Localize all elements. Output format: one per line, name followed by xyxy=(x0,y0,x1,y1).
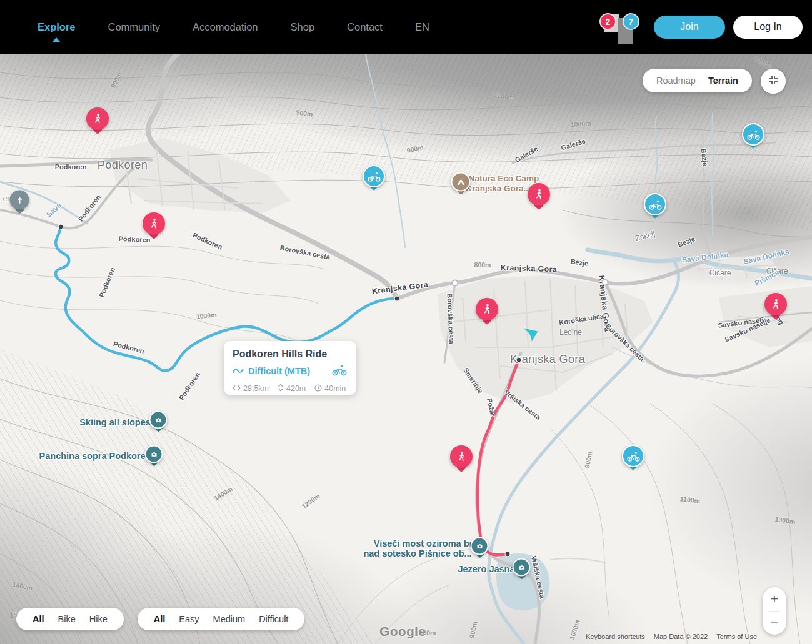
maptype-roadmap[interactable]: Roadmap xyxy=(656,76,696,86)
map-label-road: Borovška cesta xyxy=(604,322,646,362)
maptype-terrain[interactable]: Terrain xyxy=(708,76,738,86)
map-label-road-lg: Kranjska Gora xyxy=(500,263,557,274)
nav-item-accomodation[interactable]: Accomodation xyxy=(193,21,258,33)
map-label-contour: 1100m xyxy=(493,91,514,101)
map-canvas[interactable]: PodkorenPodkorenPodkorenPodkorenPodkoren… xyxy=(0,54,812,644)
photo-marker[interactable] xyxy=(149,411,168,429)
route-endpoint-dot xyxy=(516,357,522,363)
location-arrow-icon xyxy=(521,324,541,346)
hike-balloon xyxy=(764,293,787,315)
active-tab-caret-icon xyxy=(52,37,61,42)
photo-balloon xyxy=(513,558,531,577)
map-label-contour: 1300m xyxy=(774,515,796,525)
map-geometry xyxy=(0,54,812,644)
join-button[interactable]: Join xyxy=(654,16,725,39)
hike-marker[interactable] xyxy=(764,293,787,315)
route-endpoint-dot xyxy=(394,296,400,302)
main-nav: Explore Community Accomodation Shop Cont… xyxy=(38,21,429,33)
map-label-water: Sava Dolinka xyxy=(743,247,790,266)
church-marker[interactable] xyxy=(10,191,29,210)
map-label-poi: nad sotesko Pišnice ob... xyxy=(363,548,471,558)
map-label-contour: 1000m xyxy=(568,619,581,641)
map-label-road: Bezje xyxy=(570,257,589,267)
fullscreen-icon xyxy=(768,74,779,88)
camp-marker[interactable] xyxy=(451,172,471,192)
bike-marker[interactable] xyxy=(644,193,666,215)
hike-route[interactable] xyxy=(478,360,519,555)
map-data-label: Map Data © 2022 xyxy=(654,633,708,640)
filter-diff-medium[interactable]: Medium xyxy=(213,614,246,624)
notification-badge[interactable]: 2 xyxy=(599,13,616,30)
map-label-road: Vršiška cesta xyxy=(530,555,546,600)
message-badge[interactable]: 7 xyxy=(623,13,639,30)
photo-marker[interactable] xyxy=(513,558,531,577)
filter-diff-easy[interactable]: Easy xyxy=(179,614,199,624)
map-label-poi: Skiing all slopes xyxy=(79,417,151,427)
map-label-contour: 800m xyxy=(474,261,491,269)
map-label-contour: 1200m xyxy=(300,492,321,510)
route-tooltip-card[interactable]: Podkoren Hills Ride Difficult (MTB) 28,5… xyxy=(224,341,356,395)
hike-marker[interactable] xyxy=(476,298,498,320)
map-label-town: Podkoren xyxy=(98,159,148,172)
bike-balloon xyxy=(622,445,644,467)
map-label-road: Smerinje xyxy=(462,366,484,394)
hike-marker[interactable] xyxy=(86,107,109,130)
wave-icon xyxy=(233,365,244,377)
map-label-contour: 900m xyxy=(583,451,593,469)
map-label-road: Požar xyxy=(486,397,497,417)
fullscreen-button[interactable] xyxy=(761,69,786,94)
filter-type-all[interactable]: All xyxy=(33,614,44,624)
google-logo[interactable]: Google xyxy=(379,624,426,639)
map-label-road: Galerše xyxy=(560,137,586,151)
map-label-water: Sava Dolinka xyxy=(681,250,729,265)
map-attribution: Keyboard shortcuts Map Data © 2022 Terms… xyxy=(586,633,757,640)
route-duration: 40min xyxy=(324,384,346,393)
photo-marker[interactable] xyxy=(145,445,163,463)
map-label-road: Podkoren xyxy=(77,193,103,222)
bike-marker[interactable] xyxy=(363,165,385,187)
photo-marker[interactable] xyxy=(471,537,489,555)
map-label-road: Bezje xyxy=(676,235,696,249)
terms-link[interactable]: Terms of Use xyxy=(716,633,757,640)
filter-diff-all[interactable]: All xyxy=(154,614,166,624)
bike-balloon xyxy=(644,193,666,215)
map-label-hamlet: Čičare xyxy=(709,269,731,277)
distance-icon xyxy=(233,384,241,393)
nav-item-contact[interactable]: Contact xyxy=(347,21,383,33)
filter-difficulty-pill: All Easy Medium Difficult xyxy=(138,608,305,630)
filter-type-hike[interactable]: Hike xyxy=(89,614,108,624)
filter-type-bike[interactable]: Bike xyxy=(58,614,76,624)
map-label-road: Borovška cesta xyxy=(279,244,331,260)
zoom-in-button[interactable]: + xyxy=(763,587,786,611)
hike-marker[interactable] xyxy=(528,183,550,206)
map-label-contour: 900m xyxy=(109,71,123,89)
hike-marker[interactable] xyxy=(143,212,165,235)
map-label-poi: Jezero Jasna xyxy=(458,564,514,574)
nav-item-shop[interactable]: Shop xyxy=(291,21,315,33)
terrain-hatch xyxy=(0,54,812,644)
hike-marker[interactable] xyxy=(450,445,473,468)
login-button[interactable]: Log In xyxy=(733,16,803,39)
bike-marker[interactable] xyxy=(622,445,644,467)
zoom-out-button[interactable]: − xyxy=(763,612,786,635)
bike-marker[interactable] xyxy=(742,123,764,146)
keyboard-shortcuts-link[interactable]: Keyboard shortcuts xyxy=(586,633,645,640)
map-label-camp: Kranjska Gora... xyxy=(466,184,531,193)
mtb-icon xyxy=(331,364,348,379)
zoom-control: + − xyxy=(763,587,786,635)
nav-item-community[interactable]: Community xyxy=(108,21,160,33)
photo-balloon xyxy=(471,537,489,555)
map-label-road: Galerše xyxy=(514,145,539,164)
filter-diff-difficult[interactable]: Difficult xyxy=(259,614,288,624)
trail-filters: All Bike Hike All Easy Medium Difficult xyxy=(16,608,304,630)
notification-icons[interactable]: 2 7 xyxy=(598,9,641,45)
terrain-hatch xyxy=(0,54,812,644)
map-label-road: Savsko naselje xyxy=(724,316,772,343)
language-selector[interactable]: EN xyxy=(415,21,429,33)
map-label-road: Vršiška cesta xyxy=(503,389,542,421)
map-label-road: Podkoren xyxy=(113,340,145,355)
map-label-road: Podkoren xyxy=(178,371,201,402)
road-junction-dot xyxy=(602,279,609,286)
nav-item-explore[interactable]: Explore xyxy=(38,21,76,33)
photo-balloon xyxy=(145,445,163,463)
